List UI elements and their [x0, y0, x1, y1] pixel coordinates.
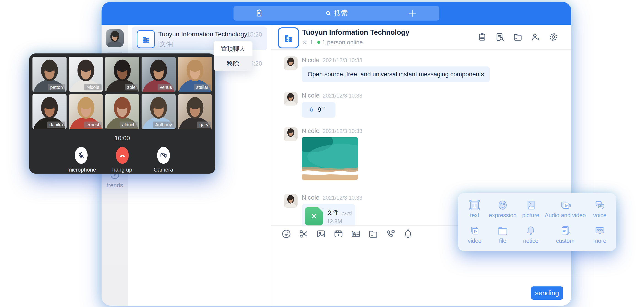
- chat-title: Tuoyun Information Technology: [302, 28, 409, 36]
- gear-icon[interactable]: [548, 32, 558, 42]
- chat-panel: Tuoyun Information Technology 1 1 person…: [271, 25, 571, 306]
- video-tile: Anthony: [142, 94, 176, 129]
- board-icon[interactable]: [477, 32, 487, 42]
- phone-video-icon[interactable]: [385, 229, 396, 239]
- conversation-title: Tuoyun Information Technology: [158, 31, 247, 38]
- video-tile: venus: [142, 57, 176, 92]
- p-more-icon: [594, 225, 606, 237]
- user-avatar-photo: [106, 29, 124, 47]
- emoji-icon[interactable]: [281, 229, 292, 239]
- video-tile-grid: pattonNicolezoievenusstellardanikaernest…: [29, 53, 215, 132]
- menu-item-remove[interactable]: 移除: [214, 56, 252, 71]
- user-avatar[interactable]: [106, 29, 124, 47]
- building-icon: [283, 32, 294, 43]
- avatar[interactable]: [284, 56, 298, 70]
- participant-name: venus: [158, 84, 174, 90]
- video-tile: aldrich: [105, 94, 139, 129]
- building-icon: [141, 34, 151, 44]
- menu-item-pin-chat[interactable]: 置顶聊天: [214, 41, 252, 56]
- popup-item-label: expression: [489, 212, 517, 219]
- popup-item-video[interactable]: video: [460, 225, 489, 247]
- folder-icon[interactable]: [513, 32, 523, 42]
- video-tile: ernest: [69, 94, 103, 129]
- p-folder-icon: [497, 225, 508, 237]
- Camera-button[interactable]: [157, 147, 170, 164]
- beach-photo[interactable]: [302, 137, 358, 180]
- sender-name: Nicole: [302, 194, 320, 201]
- video-tile: danika: [32, 94, 66, 129]
- message-voice: Nicole 2021/12/3 10:33 9``: [284, 92, 571, 118]
- popup-item-expression[interactable]: expression: [489, 199, 517, 222]
- avatar[interactable]: [284, 194, 298, 208]
- chat-header-actions: [477, 32, 558, 42]
- video-tile: stellar: [178, 57, 212, 92]
- call-control-label: Camera: [150, 167, 177, 173]
- app-header: 搜索: [102, 2, 571, 25]
- bell-icon[interactable]: [403, 229, 413, 239]
- hang-up-button[interactable]: [116, 147, 129, 164]
- file-message-card[interactable]: 文件 .excel 12.8M: [302, 204, 355, 226]
- popup-item-custom[interactable]: custom: [545, 225, 586, 247]
- video-tile: patton: [32, 57, 66, 92]
- scissors-icon[interactable]: [298, 229, 309, 239]
- picture-icon[interactable]: [316, 229, 326, 239]
- video-call-overlay: pattonNicolezoievenusstellardanikaernest…: [29, 53, 215, 174]
- popup-item-file[interactable]: file: [489, 225, 517, 247]
- search-bar[interactable]: 搜索: [234, 6, 439, 20]
- message-type-popup: textexpressionpictureAudio and videovoic…: [458, 193, 616, 251]
- id-card-icon[interactable]: [350, 229, 361, 239]
- participant-name: gary: [197, 121, 211, 128]
- popup-item-label: more: [586, 238, 614, 244]
- call-control-label: microphone: [68, 167, 95, 173]
- p-doc-icon: [560, 225, 571, 237]
- p-voice-icon: [594, 199, 606, 211]
- popup-grid: textexpressionpictureAudio and videovoic…: [458, 193, 616, 247]
- popup-item-label: custom: [545, 238, 586, 244]
- avatar[interactable]: [284, 92, 298, 105]
- clapper-icon[interactable]: [333, 229, 344, 239]
- microphone-button[interactable]: [75, 147, 88, 164]
- popup-item-voice[interactable]: voice: [586, 199, 614, 222]
- participant-name: danika: [47, 121, 65, 128]
- call-control-label: hang up: [109, 167, 136, 173]
- avatar[interactable]: [284, 127, 298, 141]
- call-timer: 10:00: [29, 135, 215, 142]
- popup-item-Audio-and-video[interactable]: Audio and video: [545, 199, 586, 222]
- popup-item-text[interactable]: text: [460, 199, 489, 222]
- p-bell-icon: [525, 225, 537, 237]
- popup-item-more[interactable]: more: [586, 225, 614, 247]
- message-image: Nicole 2021/12/3 10:33: [284, 127, 571, 180]
- message-timestamp: 2021/12/3 10:33: [323, 128, 362, 134]
- participant-name: aldrich: [120, 121, 138, 128]
- p-smile-icon: [497, 199, 508, 211]
- folder-icon[interactable]: [368, 229, 378, 239]
- popup-item-label: notice: [516, 238, 545, 244]
- conversation-time: 15:20: [246, 31, 262, 38]
- conversation-preview: [文件]: [158, 40, 173, 48]
- message-input[interactable]: sending: [271, 242, 571, 306]
- p-videocam-icon: [560, 199, 571, 211]
- add-button[interactable]: [407, 8, 417, 18]
- popup-item-label: Audio and video: [545, 212, 586, 219]
- group-avatar: [137, 30, 155, 48]
- search-placeholder: 搜索: [334, 9, 348, 18]
- voice-duration: 9``: [318, 106, 325, 113]
- file-name: 文件 .excel: [327, 209, 352, 217]
- popup-item-notice[interactable]: notice: [516, 225, 545, 247]
- excel-file-icon: [305, 207, 323, 226]
- message-bubble[interactable]: Open source, free, and universal instant…: [302, 66, 490, 82]
- message-timestamp: 2021/12/3 10:33: [323, 57, 362, 63]
- popup-item-picture[interactable]: picture: [516, 199, 545, 222]
- doc-search-icon[interactable]: [495, 32, 505, 42]
- voice-message-bubble[interactable]: 9``: [302, 102, 336, 118]
- call-controls: microphonehang upCamera: [29, 147, 215, 173]
- sound-wave-icon: [308, 106, 314, 113]
- context-menu: 置顶聊天 移除: [214, 41, 252, 71]
- chat-header: Tuoyun Information Technology 1 1 person…: [271, 25, 571, 49]
- file-extension: .excel: [340, 210, 352, 215]
- user-add-icon[interactable]: [530, 32, 541, 42]
- file-size: 12.8M: [327, 218, 342, 225]
- send-button[interactable]: sending: [531, 287, 563, 300]
- call-control-microphone: microphone: [68, 147, 95, 173]
- participant-name: zoie: [125, 84, 138, 90]
